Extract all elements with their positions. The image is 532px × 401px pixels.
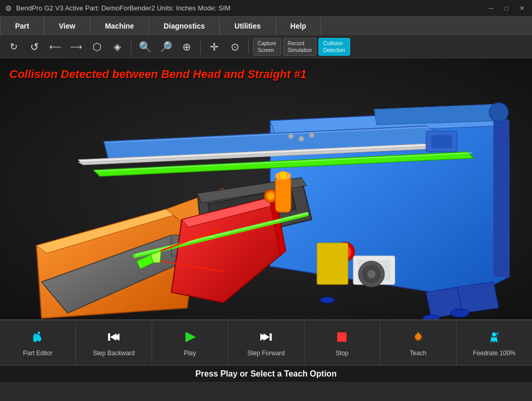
teach-label: Teach <box>410 350 427 357</box>
svg-rect-26 <box>431 135 452 148</box>
part-editor-label: Part Editor <box>23 350 52 357</box>
menu-item-help[interactable]: Help <box>276 17 321 35</box>
part-editor-button[interactable]: Part Editor <box>0 320 76 365</box>
toolbar-zoom-out[interactable]: 🔍 <box>136 37 154 56</box>
statusbar: Press Play or Select a Teach Option <box>0 365 532 382</box>
record-simulation-label: RecordSimulation <box>288 40 312 54</box>
svg-point-29 <box>450 309 469 317</box>
stop-button[interactable]: Stop <box>304 320 380 365</box>
step-backward-button[interactable]: Step Backward <box>76 320 152 365</box>
minimize-button[interactable]: ─ <box>486 5 496 12</box>
svg-rect-46 <box>275 176 291 212</box>
toolbar-zoom-in[interactable]: 🔎 <box>156 37 175 56</box>
title-bar: ⚙ BendPro G2 V3 Active Part: DemoForBend… <box>0 0 532 17</box>
collision-message: Collision Detected between Bend Head and… <box>9 68 307 81</box>
toolbar-orbit-right[interactable]: ⟶ <box>66 37 85 56</box>
feedrate-icon <box>486 329 502 347</box>
toolbar-sep-1 <box>131 40 131 54</box>
svg-point-49 <box>288 134 294 139</box>
step-forward-label: Step Forward <box>247 350 285 357</box>
viewport[interactable]: Collision Detected between Bend Head and… <box>0 58 532 319</box>
svg-point-52 <box>34 334 36 336</box>
svg-point-24 <box>267 192 274 200</box>
toolbar-orbit-left[interactable]: ⟵ <box>46 37 64 56</box>
toolbar-view-persp[interactable]: ◈ <box>108 37 127 56</box>
maximize-button[interactable]: □ <box>502 5 511 12</box>
play-button[interactable]: Play <box>152 320 228 365</box>
window-title: BendPro G2 V3 Active Part: DemoForBender… <box>16 4 486 12</box>
menu-item-view[interactable]: View <box>44 17 90 35</box>
svg-rect-59 <box>270 333 272 341</box>
menu-item-diagnostics[interactable]: Diagnostics <box>149 17 220 35</box>
feedrate-label: Feedrate 100% <box>473 350 515 357</box>
collision-detection-button[interactable]: CollisionDetection <box>318 38 350 56</box>
window-controls[interactable]: ─ □ ✕ <box>486 5 527 12</box>
status-text: Press Play or Select a Teach Option <box>195 369 337 379</box>
toolbar-sep-3 <box>248 40 249 54</box>
svg-marker-27 <box>457 282 499 313</box>
capture-screen-button[interactable]: CaptureScreen <box>253 38 281 56</box>
svg-marker-3 <box>494 110 509 277</box>
feedrate-button[interactable]: Feedrate 100% <box>457 320 532 365</box>
menu-item-utilities[interactable]: Utilities <box>220 17 276 35</box>
machine-3d-view <box>0 58 532 319</box>
svg-rect-55 <box>108 333 110 341</box>
svg-point-31 <box>320 297 335 303</box>
play-label: Play <box>184 350 196 357</box>
toolbar-sep-2 <box>200 40 201 54</box>
svg-point-48 <box>279 171 287 179</box>
toolbar-view-iso[interactable]: ⬡ <box>87 37 106 56</box>
menu-item-machine[interactable]: Machine <box>90 17 149 35</box>
svg-point-37 <box>367 270 376 278</box>
svg-point-51 <box>309 133 314 138</box>
svg-point-61 <box>492 332 496 337</box>
toolbar-rotate-free[interactable]: ↻ <box>4 37 23 56</box>
teach-icon <box>410 329 426 347</box>
step-backward-label: Step Backward <box>93 350 135 357</box>
close-button[interactable]: ✕ <box>517 5 527 12</box>
toolbar-zoom-fit[interactable]: ⊕ <box>177 37 196 56</box>
app-icon: ⚙ <box>5 4 12 12</box>
svg-rect-60 <box>337 332 347 342</box>
play-icon <box>182 329 198 347</box>
svg-point-50 <box>299 136 304 141</box>
toolbar-pan[interactable]: ✛ <box>205 37 223 56</box>
toolbar-rotate-ccw[interactable]: ↺ <box>25 37 44 56</box>
record-simulation-button[interactable]: RecordSimulation <box>283 38 317 56</box>
part-editor-icon <box>30 329 46 347</box>
step-forward-icon <box>258 329 274 347</box>
teach-button[interactable]: Teach <box>380 320 456 365</box>
svg-point-45 <box>489 103 508 122</box>
toolbar-center[interactable]: ⊙ <box>225 37 244 56</box>
capture-screen-label: CaptureScreen <box>258 40 276 54</box>
stop-icon <box>334 329 350 347</box>
menu-item-part[interactable]: Part <box>0 17 44 35</box>
collision-detection-label: CollisionDetection <box>323 40 345 54</box>
bottom-toolbar: Part EditorStep BackwardPlayStep Forward… <box>0 319 532 365</box>
toolbar: ↻ ↺ ⟵ ⟶ ⬡ ◈ 🔍 🔎 ⊕ ✛ ⊙ CaptureScreen Reco… <box>0 35 532 58</box>
step-forward-button[interactable]: Step Forward <box>228 320 304 365</box>
step-backward-icon <box>106 329 122 347</box>
svg-rect-34 <box>317 243 348 284</box>
menubar: PartViewMachineDiagnosticsUtilitiesHelp <box>0 17 532 35</box>
svg-marker-56 <box>185 332 196 342</box>
stop-label: Stop <box>336 350 349 357</box>
